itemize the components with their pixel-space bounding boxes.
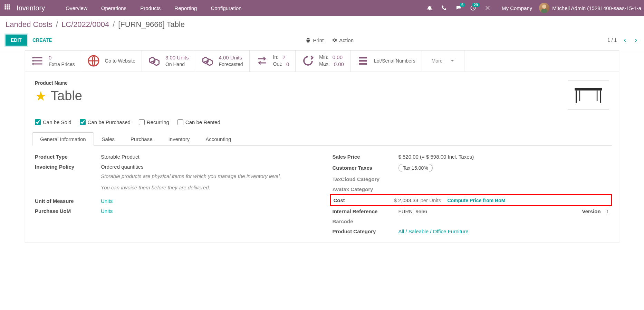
label-product-type: Product Type xyxy=(35,154,95,160)
phone-icon[interactable] xyxy=(437,5,451,11)
value-product-category[interactable]: All / Saleable / Office Furniture xyxy=(398,228,469,234)
tab-general-information[interactable]: General Information xyxy=(32,132,94,145)
pager: 1 / 1 ‹ › xyxy=(607,36,638,45)
svg-rect-6 xyxy=(5,8,6,10)
favorite-star-icon[interactable]: ★ xyxy=(35,88,47,104)
pager-prev[interactable]: ‹ xyxy=(622,36,627,45)
value-uom[interactable]: Units xyxy=(101,198,113,204)
svg-rect-1 xyxy=(7,4,8,6)
breadcrumb: Landed Costs / LC/2022/0004 / [FURN_9666… xyxy=(6,20,638,29)
stat-lot-serial[interactable]: Lot/Serial Numbers xyxy=(350,50,422,72)
activities-icon[interactable]: 29 xyxy=(466,5,480,11)
tab-inventory[interactable]: Inventory xyxy=(160,132,198,145)
svg-rect-0 xyxy=(5,4,6,6)
tab-accounting[interactable]: Accounting xyxy=(198,132,239,145)
product-image[interactable] xyxy=(568,80,609,110)
tabs: General Information Sales Purchase Inven… xyxy=(32,132,612,145)
stat-extra-prices[interactable]: 0Extra Prices xyxy=(25,50,81,72)
hint-invoice: You can invoice them before they are del… xyxy=(101,184,312,191)
product-name-label: Product Name xyxy=(35,80,561,86)
svg-rect-7 xyxy=(7,8,8,10)
cost-row-highlight: Cost $ 2,033.33 per Units Compute Price … xyxy=(330,194,612,206)
print-button[interactable]: Print xyxy=(306,37,324,43)
company-selector[interactable]: My Company xyxy=(495,5,539,11)
menu-operations[interactable]: Operations xyxy=(94,5,133,11)
label-invoicing-policy: Invoicing Policy xyxy=(35,164,95,170)
menu-configuration[interactable]: Configuration xyxy=(204,5,248,11)
edit-button[interactable]: EDIT xyxy=(6,35,27,46)
svg-rect-19 xyxy=(579,90,580,101)
check-can-be-sold[interactable]: Can be Sold xyxy=(35,119,71,125)
svg-rect-2 xyxy=(9,4,10,6)
label-avatax: Avatax Category xyxy=(333,186,393,192)
value-product-type: Storable Product xyxy=(101,154,140,160)
check-recurring[interactable]: Recurring xyxy=(139,119,169,125)
stat-website[interactable]: Go to Website xyxy=(81,50,142,72)
bug-icon[interactable] xyxy=(422,5,437,11)
form-sheet: 0Extra Prices Go to Website 3.00 UnitsOn… xyxy=(25,50,619,243)
apps-icon[interactable] xyxy=(4,4,12,12)
hint-storable: Storable products are physical items for… xyxy=(101,172,312,180)
breadcrumb-lc[interactable]: LC/2022/0004 xyxy=(61,20,109,29)
value-version: 1 xyxy=(606,208,609,214)
stat-in-out[interactable]: In:2 Out:0 xyxy=(250,50,296,72)
label-uom: Unit of Measure xyxy=(35,198,95,204)
svg-point-10 xyxy=(542,4,546,9)
label-version: Version xyxy=(582,208,600,214)
create-button[interactable]: CREATE xyxy=(32,37,52,43)
value-sales-price: $ 520.00 (= $ 598.00 Incl. Taxes) xyxy=(398,154,474,160)
svg-point-14 xyxy=(32,63,34,65)
value-invoicing-policy: Ordered quantities xyxy=(101,164,143,170)
label-sales-price: Sales Price xyxy=(333,154,393,160)
check-can-be-purchased[interactable]: Can be Purchased xyxy=(80,119,131,125)
menu-reporting[interactable]: Reporting xyxy=(167,5,204,11)
svg-point-12 xyxy=(32,57,34,59)
messages-badge: 5 xyxy=(460,3,465,7)
user-menu[interactable]: Mitchell Admin (15281400-saas-15-1-a xyxy=(539,3,641,13)
avatar xyxy=(539,3,549,13)
stat-more[interactable]: More xyxy=(422,50,464,72)
app-title[interactable]: Inventory xyxy=(17,4,45,12)
svg-rect-18 xyxy=(600,90,602,102)
menu-overview[interactable]: Overview xyxy=(59,5,94,11)
menu-products[interactable]: Products xyxy=(133,5,167,11)
label-product-category: Product Category xyxy=(333,228,393,234)
breadcrumb-current: [FURN_9666] Table xyxy=(118,20,185,29)
compute-price-link[interactable]: Compute Price from BoM xyxy=(447,198,505,203)
user-name: Mitchell Admin (15281400-saas-15-1-a xyxy=(552,5,641,11)
stat-on-hand[interactable]: 3.00 UnitsOn Hand xyxy=(142,50,195,72)
action-button[interactable]: Action xyxy=(332,37,354,43)
breadcrumb-root[interactable]: Landed Costs xyxy=(6,20,52,29)
svg-rect-11 xyxy=(541,9,547,13)
messages-icon[interactable]: 5 xyxy=(451,5,466,11)
svg-rect-3 xyxy=(5,6,6,8)
label-customer-taxes: Customer Taxes xyxy=(333,165,393,171)
label-barcode: Barcode xyxy=(333,218,393,224)
tag-customer-tax[interactable]: Tax 15.00% xyxy=(398,164,433,172)
tab-sales[interactable]: Sales xyxy=(94,132,123,145)
value-internal-ref: FURN_9666 xyxy=(398,208,577,214)
svg-rect-20 xyxy=(597,90,598,101)
value-cost: $ 2,033.33 xyxy=(394,197,419,203)
svg-rect-4 xyxy=(7,6,8,8)
label-internal-ref: Internal Reference xyxy=(333,208,393,214)
value-purchase-uom[interactable]: Units xyxy=(101,208,113,214)
svg-rect-8 xyxy=(9,8,10,10)
stat-row: 0Extra Prices Go to Website 3.00 UnitsOn… xyxy=(25,50,619,72)
stat-min-max[interactable]: Min:0.00 Max:0.00 xyxy=(296,50,350,72)
label-cost: Cost xyxy=(334,197,394,203)
check-can-be-rented[interactable]: Can be Rented xyxy=(177,119,220,125)
product-name: Table xyxy=(51,88,82,103)
svg-rect-17 xyxy=(576,90,577,102)
activities-badge: 29 xyxy=(472,3,480,7)
label-purchase-uom: Purchase UoM xyxy=(35,208,95,214)
svg-point-13 xyxy=(32,60,34,62)
close-tray-icon[interactable] xyxy=(480,5,495,11)
navbar: Inventory Overview Operations Products R… xyxy=(0,0,644,16)
svg-rect-5 xyxy=(9,6,10,8)
control-bar: Landed Costs / LC/2022/0004 / [FURN_9666… xyxy=(0,16,644,50)
tab-purchase[interactable]: Purchase xyxy=(123,132,160,145)
pager-next[interactable]: › xyxy=(633,36,638,45)
stat-forecasted[interactable]: 4.00 UnitsForecasted xyxy=(195,50,249,72)
label-taxcloud: TaxCloud Category xyxy=(333,176,393,182)
